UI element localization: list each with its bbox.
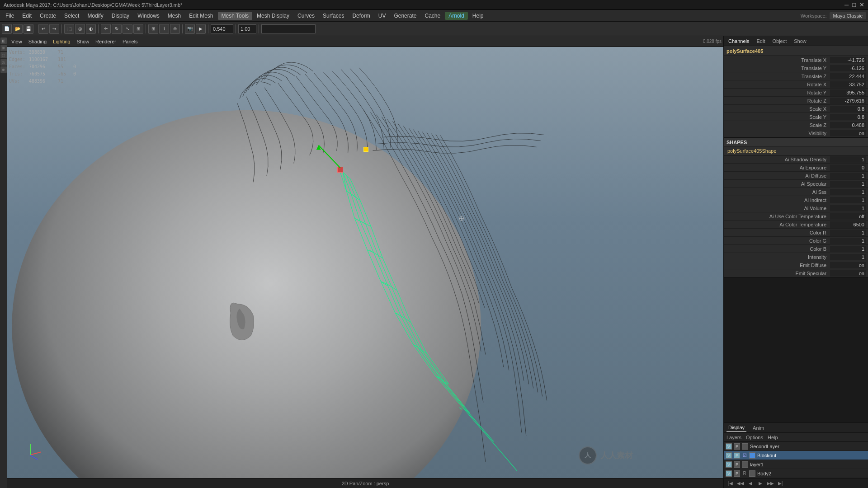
attr-color-b[interactable]: Color B 1 <box>724 245 868 253</box>
attr-val-scale-x[interactable]: 0.8 <box>830 106 866 112</box>
vp-menu-renderer[interactable]: Renderer <box>93 39 118 44</box>
layer-color-secondlayer[interactable] <box>742 443 748 450</box>
pb-play-btn[interactable]: ▶ <box>756 479 764 488</box>
attr-scale-y[interactable]: Scale Y 0.8 <box>724 113 868 121</box>
attr-val-color-b[interactable]: 1 <box>830 246 866 252</box>
pb-step-fwd-btn[interactable]: ▶▶ <box>766 479 774 488</box>
attr-rotate-y[interactable]: Rotate Y 395.755 <box>724 89 868 97</box>
left-icon-5[interactable]: ⊕ <box>0 66 7 73</box>
attr-rotate-z[interactable]: Rotate Z -279.616 <box>724 97 868 105</box>
window-controls[interactable]: ─ □ ✕ <box>844 1 864 8</box>
layer-p-secondlayer[interactable]: P <box>734 443 740 450</box>
maximize-button[interactable]: □ <box>852 1 856 8</box>
subtab-help[interactable]: Help <box>768 435 778 440</box>
layer-vis-body2[interactable]: V <box>726 470 732 477</box>
left-icon-1[interactable]: ◧ <box>0 38 7 44</box>
tab-edit[interactable]: Edit <box>755 38 767 45</box>
attr-emit-diffuse[interactable]: Emit Diffuse on <box>724 261 868 269</box>
open-btn[interactable]: 📂 <box>13 24 23 34</box>
layer-vis-secondlayer[interactable]: V <box>726 443 732 450</box>
layer-vis-layer1[interactable]: V <box>726 461 732 468</box>
menu-mesh[interactable]: Mesh <box>164 12 184 20</box>
attr-val-visibility[interactable]: on <box>830 130 866 136</box>
render-btn[interactable]: ▶ <box>196 24 206 34</box>
pb-step-back-btn[interactable]: ◀ <box>746 479 755 488</box>
pb-end-btn[interactable]: ▶| <box>776 479 784 488</box>
menu-select[interactable]: Select <box>61 12 83 20</box>
attr-ai-shadow-density[interactable]: Ai Shadow Density 1 <box>724 155 868 164</box>
attr-scale-z[interactable]: Scale Z 0.488 <box>724 121 868 129</box>
pb-back-btn[interactable]: ◀◀ <box>736 479 745 488</box>
menu-modify[interactable]: Modify <box>84 12 107 20</box>
save-btn[interactable]: 💾 <box>24 24 33 34</box>
scale-btn[interactable]: ⤡ <box>123 24 132 34</box>
close-button[interactable]: ✕ <box>859 1 864 8</box>
layer-vis-blockout[interactable]: V <box>726 452 732 459</box>
vp-menu-view[interactable]: View <box>9 39 24 44</box>
attr-translate-y[interactable]: Translate Y -6.126 <box>724 64 868 72</box>
layer-p-blockout[interactable]: P <box>734 452 740 459</box>
layer-p-layer1[interactable]: P <box>734 461 740 468</box>
select-btn[interactable]: ⬚ <box>64 24 74 34</box>
attr-val-color-g[interactable]: 1 <box>830 238 866 244</box>
left-icon-3[interactable]: ⬚ <box>0 52 7 58</box>
left-icon-4[interactable]: ◎ <box>0 59 7 66</box>
attr-scale-x[interactable]: Scale X 0.8 <box>724 105 868 113</box>
attr-ai-use-color-temp[interactable]: Ai Use Color Temperature off <box>724 212 868 221</box>
universal-btn[interactable]: ⊞ <box>133 24 143 34</box>
menu-deform[interactable]: Deform <box>349 12 373 20</box>
menu-uv[interactable]: UV <box>375 12 390 20</box>
menu-arnold[interactable]: Arnold <box>445 12 468 20</box>
attr-val-rotate-z[interactable]: -279.616 <box>830 98 866 104</box>
new-scene-btn[interactable]: 📄 <box>2 24 12 34</box>
attr-ai-exposure[interactable]: Ai Exposure 0 <box>724 164 868 172</box>
left-icon-2[interactable]: ⊞ <box>0 45 7 51</box>
tab-display[interactable]: Display <box>726 424 746 432</box>
attr-val-emit-diffuse[interactable]: on <box>830 262 866 268</box>
input-field-2[interactable]: 1.00 <box>238 24 256 33</box>
attr-translate-z[interactable]: Translate Z 22.444 <box>724 72 868 80</box>
attr-val-translate-z[interactable]: 22.444 <box>830 73 866 80</box>
attr-ai-sss[interactable]: Ai Sss 1 <box>724 188 868 196</box>
subtab-options[interactable]: Options <box>746 435 763 440</box>
vp-menu-show[interactable]: Show <box>75 39 92 44</box>
attr-val-ai-exposure[interactable]: 0 <box>830 164 866 171</box>
tab-anim[interactable]: Anim <box>751 424 766 432</box>
attr-ai-indirect[interactable]: Ai Indirect 1 <box>724 196 868 204</box>
attr-val-translate-y[interactable]: -6.126 <box>830 65 866 71</box>
vp-menu-panels[interactable]: Panels <box>120 39 140 44</box>
menu-surfaces[interactable]: Surfaces <box>319 12 348 20</box>
camera-btn[interactable]: 📷 <box>185 24 195 34</box>
attr-val-scale-y[interactable]: 0.8 <box>830 114 866 120</box>
menu-mesh-display[interactable]: Mesh Display <box>253 12 293 20</box>
layer-row-layer1[interactable]: V P layer1 <box>724 460 868 469</box>
workspace-name[interactable]: Maya Classic <box>830 12 866 19</box>
attr-val-rotate-x[interactable]: 33.752 <box>830 81 866 88</box>
attr-ai-specular[interactable]: Ai Specular 1 <box>724 180 868 188</box>
attr-emit-specular[interactable]: Emit Specular on <box>724 269 868 277</box>
viewport-3d[interactable]: Verts: 398830 71 Edges: 1100167 181 Face… <box>7 47 723 478</box>
input-field-1[interactable]: 0.540 <box>211 24 233 33</box>
layer-row-blockout[interactable]: V P ☑ Blockout <box>724 451 868 460</box>
attr-color-g[interactable]: Color G 1 <box>724 237 868 245</box>
attr-val-ai-specular[interactable]: 1 <box>830 181 866 187</box>
attr-val-rotate-y[interactable]: 395.755 <box>830 89 866 96</box>
pb-start-btn[interactable]: |◀ <box>726 479 735 488</box>
attr-val-color-r[interactable]: 1 <box>830 230 866 236</box>
minimize-button[interactable]: ─ <box>844 1 849 8</box>
undo-btn[interactable]: ↩ <box>38 24 48 34</box>
menu-edit-mesh[interactable]: Edit Mesh <box>185 12 217 20</box>
tab-object[interactable]: Object <box>770 38 788 45</box>
attr-rotate-x[interactable]: Rotate X 33.752 <box>724 80 868 89</box>
snap-grid-btn[interactable]: ⊞ <box>148 24 158 34</box>
attr-val-ai-indirect[interactable]: 1 <box>830 197 866 203</box>
tab-channels[interactable]: Channels <box>726 38 751 45</box>
menu-edit[interactable]: Edit <box>19 12 35 20</box>
layer-row-body2[interactable]: V P R Body2 <box>724 469 868 478</box>
layer-color-layer1[interactable] <box>742 461 748 468</box>
snap-curve-btn[interactable]: ⌇ <box>159 24 169 34</box>
layer-row-secondlayer[interactable]: V P SecondLayer <box>724 442 868 451</box>
attr-val-ai-color-temp[interactable]: 6500 <box>830 221 866 228</box>
attr-val-emit-specular[interactable]: on <box>830 270 866 277</box>
attr-val-translate-x[interactable]: -41.726 <box>830 57 866 63</box>
